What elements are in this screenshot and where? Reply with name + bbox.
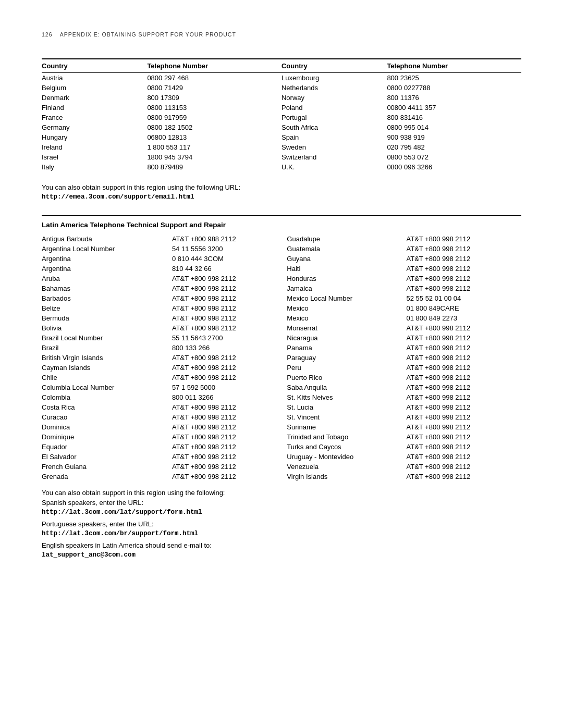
latin-cell: Haiti	[287, 264, 406, 274]
emea-cell: 900 938 919	[387, 132, 521, 142]
latin-table-row: EquadorAT&T +800 998 2112Turks and Cayco…	[42, 442, 521, 452]
emea-cell: 0800 995 014	[387, 122, 521, 132]
emea-table-row: Austria0800 297 468Luxembourg800 23625	[42, 73, 521, 83]
latin-cell: AT&T +800 998 2112	[172, 452, 287, 462]
latin-spanish-label: Spanish speakers, enter the URL:	[42, 499, 521, 507]
latin-cell: St. Lucia	[287, 402, 406, 412]
emea-cell: 00800 4411 357	[387, 103, 521, 113]
emea-cell: 06800 12813	[147, 132, 282, 142]
emea-cell: U.K.	[282, 162, 387, 175]
latin-cell: AT&T +800 998 2112	[406, 452, 521, 462]
latin-english-email: lat_support_anc@3com.com	[42, 551, 521, 559]
latin-cell: Mexico	[287, 303, 406, 313]
latin-table-row: GrenadaAT&T +800 998 2112Virgin IslandsA…	[42, 472, 521, 482]
latin-cell: AT&T +800 998 2112	[172, 363, 287, 373]
latin-cell: AT&T +800 998 2112	[406, 373, 521, 382]
latin-table-row: BahamasAT&T +800 998 2112JamaicaAT&T +80…	[42, 283, 521, 293]
latin-cell: Nicaragua	[287, 333, 406, 343]
emea-cell: 0800 297 468	[147, 73, 282, 83]
emea-cell: 0800 553 072	[387, 152, 521, 162]
latin-spanish-url: http://lat.3com.com/lat/support/form.htm…	[42, 509, 521, 516]
emea-cell: Italy	[42, 162, 147, 175]
emea-cell: 0800 917959	[147, 113, 282, 122]
latin-cell: Turks and Caycos	[287, 442, 406, 452]
latin-table-row: Antigua BarbudaAT&T +800 988 2112Guadalu…	[42, 234, 521, 244]
emea-cell: Denmark	[42, 93, 147, 103]
emea-table-row: Ireland1 800 553 117Sweden020 795 482	[42, 142, 521, 152]
latin-table-row: British Virgin IslandsAT&T +800 998 2112…	[42, 353, 521, 363]
latin-cell: AT&T +800 998 2112	[406, 323, 521, 333]
emea-cell: Luxembourg	[282, 73, 387, 83]
latin-table-row: BelizeAT&T +800 998 2112Mexico01 800 849…	[42, 303, 521, 313]
latin-cell: St. Kitts Neives	[287, 392, 406, 402]
emea-cell: Austria	[42, 73, 147, 83]
latin-cell: AT&T +800 998 2112	[406, 382, 521, 392]
latin-cell: AT&T +800 998 2112	[172, 422, 287, 432]
latin-cell: Costa Rica	[42, 402, 172, 412]
latin-table-row: Brazil800 133 266PanamaAT&T +800 998 211…	[42, 343, 521, 353]
latin-cell: 810 44 32 66	[172, 264, 287, 274]
latin-cell: Uruguay - Montevideo	[287, 452, 406, 462]
latin-cell: AT&T +800 998 2112	[406, 254, 521, 264]
emea-cell: Ireland	[42, 142, 147, 152]
latin-portuguese-label: Portuguese speakers, enter the URL:	[42, 520, 521, 528]
latin-cell: AT&T +800 998 2112	[172, 373, 287, 382]
latin-cell: Chile	[42, 373, 172, 382]
emea-support-table: Country Telephone Number Country Telepho…	[42, 58, 521, 175]
latin-section-title: Latin America Telephone Technical Suppor…	[42, 221, 521, 229]
latin-cell: AT&T +800 998 2112	[172, 323, 287, 333]
emea-cell: 0800 113153	[147, 103, 282, 113]
latin-table-row: DominicaAT&T +800 998 2112SurinameAT&T +…	[42, 422, 521, 432]
latin-english-label: English speakers in Latin America should…	[42, 541, 521, 549]
latin-table-row: Costa RicaAT&T +800 998 2112St. LuciaAT&…	[42, 402, 521, 412]
col-phone2-header: Telephone Number	[387, 59, 521, 73]
latin-cell: Guatemala	[287, 244, 406, 254]
latin-table-row: French GuianaAT&T +800 998 2112Venezuela…	[42, 462, 521, 472]
latin-cell: Suriname	[287, 422, 406, 432]
latin-cell: 800 133 266	[172, 343, 287, 353]
latin-cell: AT&T +800 998 2112	[172, 313, 287, 323]
latin-cell: AT&T +800 998 2112	[172, 293, 287, 303]
latin-cell: AT&T +800 998 2112	[406, 244, 521, 254]
emea-cell: Spain	[282, 132, 387, 142]
latin-cell: 54 11 5556 3200	[172, 244, 287, 254]
emea-cell: 0800 096 3266	[387, 162, 521, 175]
emea-table-row: Finland0800 113153Poland00800 4411 357	[42, 103, 521, 113]
latin-cell: AT&T +800 998 2112	[406, 353, 521, 363]
latin-cell: Brazil Local Number	[42, 333, 172, 343]
emea-cell: Israel	[42, 152, 147, 162]
latin-cell: AT&T +800 998 2112	[406, 412, 521, 422]
latin-cell: Dominica	[42, 422, 172, 432]
latin-table-row: Argentina Local Number54 11 5556 3200Gua…	[42, 244, 521, 254]
page-header: 126 Appendix E: Obtaining Support for Yo…	[42, 31, 521, 38]
latin-cell: AT&T +800 998 2112	[172, 442, 287, 452]
latin-cell: AT&T +800 998 2112	[172, 462, 287, 472]
latin-note: You can also obtain support in this regi…	[42, 489, 521, 497]
latin-cell: Guyana	[287, 254, 406, 264]
latin-cell: AT&T +800 998 2112	[172, 472, 287, 482]
latin-cell: Cayman Islands	[42, 363, 172, 373]
latin-table-row: Cayman IslandsAT&T +800 998 2112PeruAT&T…	[42, 363, 521, 373]
latin-cell: AT&T +800 998 2112	[406, 343, 521, 353]
latin-cell: Antigua Barbuda	[42, 234, 172, 244]
latin-table-row: El SalvadorAT&T +800 998 2112Uruguay - M…	[42, 452, 521, 462]
latin-cell: AT&T +800 998 2112	[172, 303, 287, 313]
emea-cell: Belgium	[42, 83, 147, 93]
emea-cell: Hungary	[42, 132, 147, 142]
latin-table-row: CuracaoAT&T +800 998 2112St. VincentAT&T…	[42, 412, 521, 422]
latin-support-table: Antigua BarbudaAT&T +800 988 2112Guadalu…	[42, 234, 521, 482]
latin-cell: AT&T +800 998 2112	[406, 234, 521, 244]
latin-cell: Columbia Local Number	[42, 382, 172, 392]
emea-cell: 0800 182 1502	[147, 122, 282, 132]
latin-table-row: BermudaAT&T +800 998 2112Mexico01 800 84…	[42, 313, 521, 323]
col-country-header: Country	[42, 59, 147, 73]
emea-cell: 800 23625	[387, 73, 521, 83]
page-number: 126	[42, 31, 53, 38]
latin-cell: AT&T +800 998 2112	[172, 432, 287, 442]
emea-table-row: Denmark800 17309Norway800 11376	[42, 93, 521, 103]
latin-cell: Argentina	[42, 254, 172, 264]
latin-cell: AT&T +800 998 2112	[406, 472, 521, 482]
latin-table-row: Brazil Local Number55 11 5643 2700Nicara…	[42, 333, 521, 343]
emea-cell: Finland	[42, 103, 147, 113]
latin-cell: AT&T +800 998 2112	[406, 462, 521, 472]
